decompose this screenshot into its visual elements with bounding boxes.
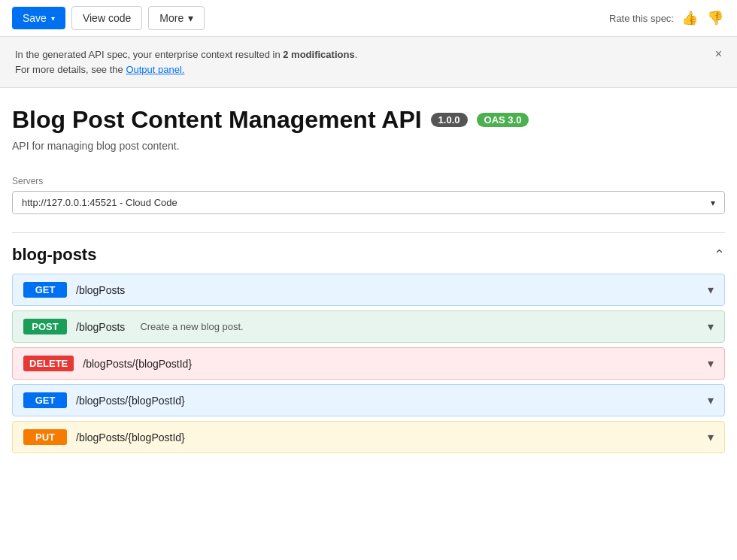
version-badge: 1.0.0 <box>431 113 468 127</box>
method-badge-get: GET <box>23 282 67 298</box>
banner-text-after: . <box>355 49 358 60</box>
endpoint-chevron-icon: ▾ <box>708 319 714 334</box>
save-chevron-icon: ▾ <box>51 14 55 23</box>
servers-chevron-icon: ▾ <box>711 198 715 208</box>
notification-banner: In the generated API spec, your enterpri… <box>0 37 737 88</box>
main-content: Blog Post Content Management API 1.0.0 O… <box>0 88 737 465</box>
banner-text-before: In the generated API spec, your enterpri… <box>15 49 283 60</box>
method-badge-post: POST <box>23 319 67 334</box>
more-chevron-icon: ▾ <box>188 12 193 24</box>
endpoint-row-post-blogposts[interactable]: POST /blogPosts Create a new blog post. … <box>12 310 725 343</box>
more-label: More <box>159 12 183 24</box>
endpoint-chevron-icon: ▾ <box>708 283 714 297</box>
endpoint-row-get-blogposts[interactable]: GET /blogPosts ▾ <box>12 274 725 306</box>
endpoint-list: GET /blogPosts ▾ POST /blogPosts Create … <box>12 274 725 453</box>
thumbs-up-button[interactable]: 👍 <box>680 8 699 28</box>
endpoint-path: /blogPosts <box>76 284 125 296</box>
banner-line2: For more details, see the <box>15 64 126 75</box>
endpoint-row-delete-blogpost[interactable]: DELETE /blogPosts/{blogPostId} ▾ <box>12 347 725 380</box>
endpoint-path: /blogPosts/{blogPostId} <box>76 431 185 443</box>
banner-text: In the generated API spec, your enterpri… <box>15 47 357 77</box>
view-code-label: View code <box>83 12 131 24</box>
banner-highlight: 2 modifications <box>283 49 354 60</box>
view-code-button[interactable]: View code <box>71 6 142 30</box>
oas-badge: OAS 3.0 <box>477 113 529 127</box>
api-title-row: Blog Post Content Management API 1.0.0 O… <box>12 106 725 134</box>
endpoint-row-left: GET /blogPosts/{blogPostId} <box>23 392 185 408</box>
toolbar: Save ▾ View code More ▾ Rate this spec: … <box>0 0 737 37</box>
endpoint-row-get-blogpost-id[interactable]: GET /blogPosts/{blogPostId} ▾ <box>12 384 725 416</box>
endpoint-chevron-icon: ▾ <box>708 393 714 407</box>
endpoint-row-put-blogpost[interactable]: PUT /blogPosts/{blogPostId} ▾ <box>12 421 725 453</box>
endpoint-row-left: GET /blogPosts <box>23 282 125 298</box>
endpoint-row-left: PUT /blogPosts/{blogPostId} <box>23 429 185 445</box>
rate-section: Rate this spec: 👍 👎 <box>609 8 725 28</box>
servers-dropdown[interactable]: http://127.0.0.1:45521 - Cloud Code ▾ <box>12 191 725 214</box>
banner-close-button[interactable]: × <box>715 47 722 61</box>
endpoint-path: /blogPosts <box>76 321 125 333</box>
rate-label: Rate this spec: <box>609 13 674 24</box>
endpoint-path: /blogPosts/{blogPostId} <box>83 358 192 370</box>
save-button[interactable]: Save ▾ <box>12 7 65 29</box>
section-title: blog-posts <box>12 245 96 265</box>
method-badge-get: GET <box>23 392 67 408</box>
save-label: Save <box>23 12 47 24</box>
output-panel-link[interactable]: Output panel. <box>126 64 184 75</box>
endpoint-row-left: DELETE /blogPosts/{blogPostId} <box>23 356 192 371</box>
servers-label: Servers <box>12 176 725 186</box>
api-description: API for managing blog post content. <box>12 140 725 152</box>
servers-selected: http://127.0.0.1:45521 - Cloud Code <box>22 197 177 208</box>
endpoint-description: Create a new blog post. <box>140 321 243 332</box>
endpoint-chevron-icon: ▾ <box>708 430 714 444</box>
endpoint-chevron-icon: ▾ <box>708 356 714 371</box>
method-badge-delete: DELETE <box>23 356 74 371</box>
endpoint-row-left: POST /blogPosts Create a new blog post. <box>23 319 244 334</box>
endpoint-path: /blogPosts/{blogPostId} <box>76 395 185 407</box>
thumbs-down-button[interactable]: 👎 <box>705 8 725 28</box>
more-button[interactable]: More ▾ <box>148 6 205 30</box>
method-badge-put: PUT <box>23 429 67 445</box>
servers-section: Servers http://127.0.0.1:45521 - Cloud C… <box>12 176 725 214</box>
section-collapse-icon: ⌃ <box>714 247 725 263</box>
api-title: Blog Post Content Management API <box>12 106 422 134</box>
blog-posts-section-header[interactable]: blog-posts ⌃ <box>12 233 725 274</box>
